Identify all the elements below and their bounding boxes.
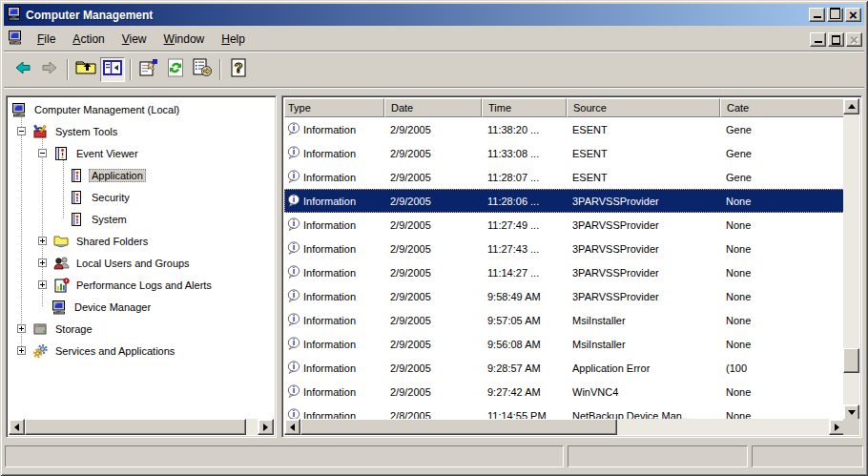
toolbar-separator [219, 59, 221, 80]
column-header-type[interactable]: Type [284, 98, 384, 117]
event-row[interactable]: iInformation 2/9/2005 11:14:27 ... 3PARV… [284, 260, 845, 284]
svg-text:i: i [293, 147, 295, 156]
list-hscroll-thumb[interactable] [300, 419, 617, 435]
tree-item-application[interactable]: Application [9, 164, 274, 186]
event-row[interactable]: iInformation 2/9/2005 11:33:08 ... ESENT… [284, 141, 845, 165]
back-button[interactable] [10, 57, 35, 82]
event-row-selected[interactable]: iInformation 2/9/2005 11:28:06 ... 3PARV… [284, 189, 845, 213]
properties-button[interactable] [136, 57, 161, 82]
information-icon: i [287, 384, 300, 400]
information-icon: i [287, 337, 300, 352]
toolbar-separator [67, 59, 69, 80]
tree-item-computer-management[interactable]: Computer Management (Local) [9, 98, 274, 120]
svg-text:i: i [293, 385, 295, 395]
event-row[interactable]: iInformation 2/9/2005 11:38:20 ... ESENT… [284, 117, 845, 141]
toolbar-separator [130, 59, 132, 80]
svg-text:?: ? [234, 59, 242, 75]
event-row[interactable]: iInformation 2/9/2005 9:28:57 AM Applica… [284, 356, 845, 380]
status-section [568, 445, 748, 467]
up-one-level-icon [75, 58, 96, 81]
menu-file[interactable]: File [29, 30, 64, 49]
performance-icon [52, 278, 70, 293]
log-book-icon [68, 212, 85, 227]
up-one-level-button[interactable] [73, 57, 98, 82]
event-row[interactable]: iInformation 2/9/2005 9:27:42 AM WinVNC4… [284, 380, 845, 404]
list-vscroll-thumb[interactable] [843, 348, 859, 373]
forward-icon [40, 58, 59, 81]
event-list-panel: Type Date Time Source Cate iInformation … [281, 95, 862, 438]
console-tree: Computer Management (Local) [9, 98, 274, 419]
title-bar[interactable]: Computer Management [4, 4, 864, 26]
expander-plus-icon[interactable] [38, 259, 47, 267]
event-row[interactable]: iInformation 2/9/2005 9:57:05 AM MsiInst… [284, 308, 845, 332]
status-bar [4, 442, 864, 471]
properties-icon [138, 58, 159, 81]
expander-minus-icon[interactable] [38, 149, 47, 157]
storage-icon [31, 321, 49, 337]
svg-text:i: i [293, 338, 295, 347]
tree-item-security[interactable]: Security [9, 186, 274, 208]
log-book-icon [68, 190, 85, 205]
list-horizontal-scrollbar[interactable] [284, 419, 845, 435]
export-list-button[interactable] [190, 57, 215, 82]
column-header-time[interactable]: Time [482, 98, 567, 117]
column-header-date[interactable]: Date [384, 98, 482, 117]
menu-view[interactable]: View [114, 30, 155, 49]
expander-plus-icon[interactable] [17, 346, 26, 355]
child-restore-button[interactable] [828, 32, 844, 47]
menu-help[interactable]: Help [213, 30, 254, 49]
event-row[interactable]: iInformation 2/9/2005 9:58:49 AM 3PARVSS… [284, 284, 845, 308]
event-row[interactable]: iInformation 2/9/2005 11:27:49 ... 3PARV… [284, 213, 845, 237]
tree-hscroll-thumb[interactable] [25, 419, 246, 435]
scroll-left-icon[interactable] [9, 419, 25, 435]
tree-item-local-users-and-groups[interactable]: Local Users and Groups [9, 252, 274, 274]
column-header-category[interactable]: Cate [720, 98, 845, 117]
tree-item-shared-folders[interactable]: Shared Folders [9, 230, 274, 252]
event-row[interactable]: iInformation 2/9/2005 9:56:08 AM MsiInst… [284, 332, 845, 356]
svg-text:i: i [293, 123, 295, 133]
tree-item-device-manager[interactable]: Device Manager [9, 296, 274, 318]
expander-minus-icon[interactable] [17, 127, 26, 135]
device-manager-icon [51, 300, 68, 315]
status-section [5, 445, 564, 467]
svg-text:i: i [293, 290, 295, 300]
expander-plus-icon[interactable] [38, 280, 47, 289]
expander-plus-icon[interactable] [38, 237, 47, 245]
help-button[interactable]: ? [226, 57, 251, 82]
scrollbar-corner [843, 419, 859, 435]
information-icon: i [287, 289, 300, 304]
expander-plus-icon[interactable] [17, 324, 26, 333]
event-row[interactable]: iInformation 2/9/2005 11:27:43 ... 3PARV… [284, 237, 845, 260]
forward-button[interactable] [37, 57, 62, 82]
scroll-up-icon[interactable] [843, 98, 859, 114]
tree-item-event-viewer[interactable]: Event Viewer [9, 142, 274, 164]
tree-item-system-tools[interactable]: System Tools [9, 120, 274, 142]
tree-item-services-and-applications[interactable]: Services and Applications [9, 340, 274, 362]
svg-text:i: i [293, 171, 295, 180]
refresh-button[interactable] [163, 57, 188, 82]
close-button[interactable] [845, 8, 861, 22]
child-minimize-button[interactable] [810, 32, 826, 47]
refresh-icon [166, 58, 185, 81]
tree-item-storage[interactable]: Storage [9, 318, 274, 340]
information-icon: i [287, 194, 300, 209]
minimize-button[interactable] [809, 8, 825, 22]
svg-text:i: i [293, 242, 295, 252]
child-close-button [846, 32, 862, 47]
tree-horizontal-scrollbar[interactable] [9, 419, 274, 435]
shared-folders-icon [52, 234, 70, 249]
menu-window[interactable]: Window [155, 30, 214, 49]
tree-item-system[interactable]: System [9, 208, 274, 230]
scroll-right-icon[interactable] [258, 419, 274, 435]
show-hide-console-tree-button[interactable] [100, 57, 125, 82]
list-vertical-scrollbar[interactable] [843, 98, 859, 421]
column-header-source[interactable]: Source [567, 98, 720, 117]
console-window-icon[interactable] [8, 30, 23, 49]
scroll-left-icon[interactable] [284, 419, 300, 435]
show-hide-console-tree-icon [103, 59, 122, 80]
menu-action[interactable]: Action [64, 30, 113, 49]
tree-item-performance-logs-and-alerts[interactable]: Performance Logs and Alerts [9, 274, 274, 296]
svg-text:i: i [293, 195, 295, 204]
event-row[interactable]: iInformation 2/9/2005 11:28:07 ... ESENT… [284, 165, 845, 189]
maximize-button[interactable] [827, 8, 843, 22]
